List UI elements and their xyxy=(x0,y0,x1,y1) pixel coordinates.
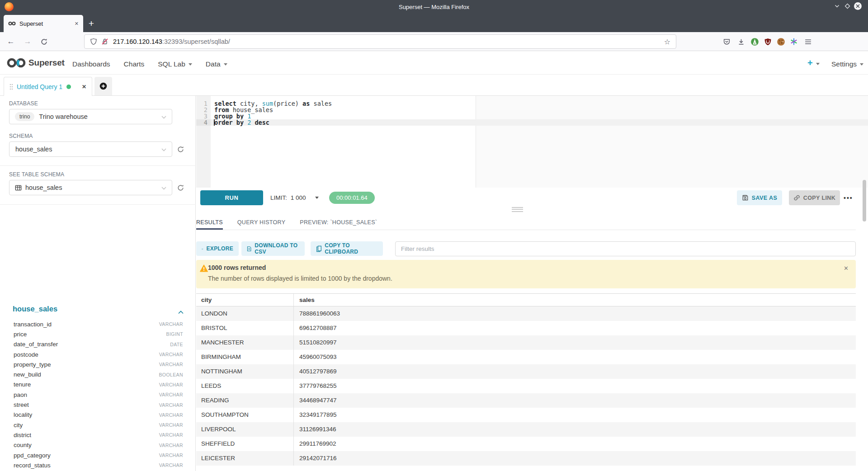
editor-line-2[interactable]: 2from house_sales xyxy=(196,107,868,113)
copy-to-clipboard-button[interactable]: COPY TO CLIPBOARD xyxy=(311,241,383,256)
table-row[interactable]: MANCHESTER51510820997 xyxy=(196,335,856,350)
tab-query-history[interactable]: QUERY HISTORY xyxy=(237,216,285,230)
refresh-table-icon[interactable] xyxy=(176,183,185,192)
nav-item-charts[interactable]: Charts xyxy=(124,60,145,68)
table-name-heading[interactable]: house_sales xyxy=(13,305,57,313)
editor-line-1[interactable]: 1select city, sum(price) as sales xyxy=(196,100,868,107)
column-row-locality: localityVARCHAR xyxy=(0,410,196,420)
new-browser-tab-button[interactable]: + xyxy=(85,17,98,30)
table-row[interactable]: NOTTINGHAM40512797869 xyxy=(196,364,856,379)
results-tabs: RESULTSQUERY HISTORYPREVIEW: `HOUSE_SALE… xyxy=(196,216,856,230)
drag-handle-icon[interactable] xyxy=(9,84,13,90)
database-label: DATABASE xyxy=(9,100,38,107)
download-csv-button[interactable]: DOWNLOAD TO CSV xyxy=(241,241,305,256)
column-header-city[interactable]: city xyxy=(196,294,294,306)
pane-resize-handle[interactable] xyxy=(512,207,523,212)
filter-results-input[interactable] xyxy=(395,241,856,256)
query-tab[interactable]: Untitled Query 1 ✕ xyxy=(4,77,92,96)
privacy-badger-icon[interactable] xyxy=(750,37,760,47)
table-row[interactable]: BRISTOL69612708887 xyxy=(196,321,856,335)
column-name: record_status xyxy=(14,462,51,469)
database-select[interactable]: trino Trino warehouse xyxy=(9,109,172,124)
copy-link-label: COPY LINK xyxy=(803,195,835,201)
browser-titlebar: Superset — Mozilla Firefox Superset ✕ + xyxy=(0,0,868,32)
back-icon[interactable]: ← xyxy=(5,36,16,47)
cell-sales: 32349177895 xyxy=(294,408,856,422)
editor-line-3[interactable]: 3group by 1 xyxy=(196,113,868,119)
collapse-chevron-up-icon[interactable] xyxy=(178,308,184,316)
limit-label: LIMIT: xyxy=(270,194,287,201)
column-row-street: streetVARCHAR xyxy=(0,400,196,410)
elapsed-time-badge: 00:00:01.64 xyxy=(329,192,375,204)
run-button[interactable]: RUN xyxy=(200,190,263,205)
column-name: paon xyxy=(14,391,27,398)
schema-select[interactable]: house_sales xyxy=(9,141,172,157)
save-as-button[interactable]: SAVE AS xyxy=(737,190,782,205)
insecure-lock-icon[interactable] xyxy=(101,38,108,45)
screen: Superset — Mozilla Firefox Superset ✕ + … xyxy=(0,0,868,471)
line-code: group by 1 xyxy=(214,113,251,119)
ublock-icon[interactable] xyxy=(763,37,773,47)
window-maximize-icon[interactable] xyxy=(844,2,851,10)
browser-tab-close-icon[interactable]: ✕ xyxy=(75,21,79,27)
table-row[interactable]: LIVERPOOL31126991346 xyxy=(196,422,856,437)
settings-menu[interactable]: Settings xyxy=(831,60,863,68)
results-table-header: city sales xyxy=(196,293,856,306)
column-name: postcode xyxy=(14,351,38,358)
refresh-schema-icon[interactable] xyxy=(176,145,185,154)
query-status-dot xyxy=(66,85,71,89)
table-row[interactable]: SOUTHAMPTON32349177895 xyxy=(196,408,856,422)
downloads-icon[interactable] xyxy=(736,37,746,47)
url-bar[interactable]: 217.160.120.143:32393/superset/sqllab/ ☆ xyxy=(84,34,676,49)
rows-returned-alert: 1000 rows returned The number of rows di… xyxy=(196,260,856,288)
table-row[interactable]: READING34468947747 xyxy=(196,393,856,408)
column-type: VARCHAR xyxy=(159,352,183,357)
table-row[interactable]: SHEFFIELD29911769902 xyxy=(196,437,856,451)
add-query-tab-button[interactable] xyxy=(94,77,112,95)
containers-asterisk-icon[interactable] xyxy=(789,37,799,47)
pocket-icon[interactable] xyxy=(722,37,731,47)
column-name: street xyxy=(14,401,29,408)
superset-favicon-icon xyxy=(8,21,16,26)
table-row[interactable]: LEEDS37779768255 xyxy=(196,379,856,393)
table-row[interactable]: LEICESTER29142071716 xyxy=(196,451,856,466)
text-cursor xyxy=(214,119,215,126)
editor-line-4[interactable]: 4order by 2 desc xyxy=(196,119,868,126)
table-row[interactable]: LONDON788861960063 xyxy=(196,306,856,321)
window-minimize-icon[interactable] xyxy=(833,2,841,10)
tab-results[interactable]: RESULTS xyxy=(196,216,223,230)
line-number: 4 xyxy=(196,119,211,126)
column-row-city: cityVARCHAR xyxy=(0,420,196,430)
nav-item-data[interactable]: Data xyxy=(206,60,227,68)
table-schema-select[interactable]: house_sales xyxy=(9,180,172,195)
scrollbar-thumb[interactable] xyxy=(863,180,866,221)
limit-dropdown[interactable]: LIMIT: 1 000 xyxy=(270,190,319,205)
column-header-sales[interactable]: sales xyxy=(294,294,856,306)
superset-logo-icon[interactable] xyxy=(6,57,26,70)
copy-link-button[interactable]: COPY LINK xyxy=(789,190,840,205)
bookmark-star-icon[interactable]: ☆ xyxy=(664,38,670,46)
alert-close-icon[interactable]: ✕ xyxy=(844,265,849,272)
more-actions-icon[interactable]: ••• xyxy=(844,190,853,205)
tab-preview-house-sales[interactable]: PREVIEW: `HOUSE_SALES` xyxy=(300,216,377,230)
window-close-icon[interactable] xyxy=(854,2,862,10)
explore-button[interactable]: EXPLORE xyxy=(196,241,239,256)
shield-icon[interactable] xyxy=(90,38,97,45)
forward-icon[interactable]: → xyxy=(22,36,33,47)
column-type: BOOLEAN xyxy=(159,372,183,377)
column-row-price: priceBIGINT xyxy=(0,329,196,339)
query-tab-close-icon[interactable]: ✕ xyxy=(82,84,86,90)
reload-icon[interactable] xyxy=(38,36,49,47)
table-row[interactable]: BIRMINGHAM45960075093 xyxy=(196,350,856,364)
nav-item-dashboards[interactable]: Dashboards xyxy=(72,60,110,68)
sql-editor[interactable]: 1select city, sum(price) as sales2from h… xyxy=(196,96,868,188)
superset-brand[interactable]: Superset xyxy=(28,58,65,68)
menu-hamburger-icon[interactable] xyxy=(803,37,813,47)
cookie-icon[interactable] xyxy=(776,37,786,47)
nav-item-sql-lab[interactable]: SQL Lab xyxy=(158,60,192,68)
column-type: DATE xyxy=(170,342,183,347)
copy-to-clipboard-label: COPY TO CLIPBOARD xyxy=(325,242,377,255)
new-item-plus-button[interactable]: + xyxy=(807,58,820,68)
browser-tab[interactable]: Superset ✕ xyxy=(4,15,83,32)
cell-city: READING xyxy=(196,393,294,408)
